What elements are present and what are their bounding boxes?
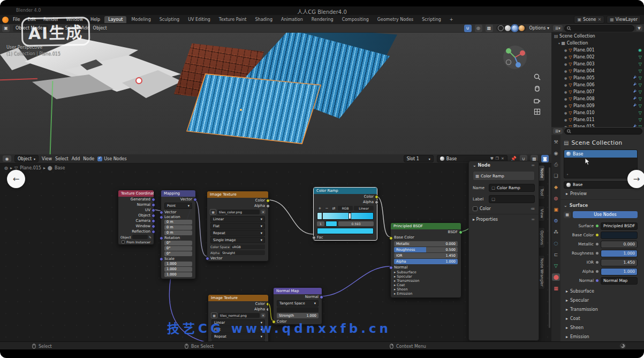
socket-reflection[interactable] [151,230,155,234]
node-texture-coordinate[interactable]: Texture Coordinate Generated Normal UV O… [118,190,154,245]
value-socket-dot[interactable] [596,270,598,273]
scene-selector[interactable]: ▣ Scene ✕ [574,16,604,24]
socket-base-color-in[interactable] [389,236,393,240]
tab-tool[interactable]: ⚒ [552,138,560,146]
properties-section[interactable]: ▸ Properties [473,217,498,222]
panel-header[interactable]: ⌄ Node [473,163,490,168]
vector-socket-dot[interactable] [596,279,598,282]
zoom-icon[interactable] [534,73,541,80]
copy-icon[interactable]: ❐ [496,156,499,161]
object-name[interactable]: Plane.008 [573,96,595,101]
proportional-edit-icon[interactable]: ◎ [475,25,482,32]
section-specular[interactable]: ▸ Specular [566,297,638,304]
shading-rendered-icon[interactable] [519,25,525,31]
section-coat[interactable]: ▸ Coat [566,315,638,322]
expand-icon[interactable]: ▾ [558,41,560,45]
color-socket-dot[interactable] [596,234,598,236]
space-dropdown[interactable]: Tangent Space▾ [277,300,319,307]
surface-shader-dropdown[interactable]: Principled BSDF [601,222,638,230]
menu-file[interactable]: File [10,16,23,23]
tab-world[interactable]: ◍ [552,195,560,202]
editor-menu-view[interactable]: View [42,156,52,161]
socket-normal-out[interactable] [320,295,323,299]
tab-output[interactable]: ⎙ [552,161,560,168]
alpha-field[interactable]: Alpha1.000 [394,259,458,264]
section-sheen[interactable]: ▸ Sheen [391,287,461,292]
workspace-tab-modeling[interactable]: Modeling [127,16,154,23]
location-z-field[interactable]: 0 m [164,230,192,235]
value-socket-dot[interactable] [596,252,598,255]
socket-normal-in[interactable] [389,266,393,270]
stop-index-field[interactable]: 1 [317,221,324,226]
unlink-image-icon[interactable]: ✕ [261,210,266,214]
outliner-object-row[interactable]: ●▽ Plane.009▽ [551,102,644,109]
workspace-tab-geometry-nodes[interactable]: Geometry Nodes [374,16,417,23]
scale-y-field[interactable]: 1.000 [164,267,192,272]
outliner-search-input[interactable] [564,25,634,32]
workspace-tab-sculpting[interactable]: Sculpting [156,16,183,23]
metallic-field[interactable]: Metallic0.000 [394,241,458,247]
socket-scale[interactable] [160,257,163,261]
node-image-texture-color[interactable]: Image Texture Color Alpha ▦ tiles_color.… [207,191,269,262]
workspace-tab-compositing[interactable]: Compositing [338,16,373,23]
properties-search-input[interactable] [564,128,642,135]
normal-input-field[interactable]: Normal Map [601,277,638,285]
node-mapping[interactable]: Mapping Vector Point▾ Vector Location 0 … [161,190,196,279]
socket-generated[interactable] [151,198,155,202]
tab-constraints[interactable]: ⊏ [552,251,560,258]
object-name[interactable]: Plane.005 [573,76,595,80]
outliner-collection-row[interactable]: ▾ ▦ Collection [551,40,644,47]
menu-help[interactable]: Help [87,16,103,23]
socket-rotation[interactable] [160,236,163,240]
workspace-tab-rendering[interactable]: Rendering [308,16,337,23]
workspace-tab-animation[interactable]: Animation [277,16,307,23]
sidebar-tab-tool[interactable]: Tool [539,185,545,199]
tab-object[interactable]: ▣ [552,206,560,213]
node-color-ramp[interactable]: Color Ramp Color Alpha + − ⇄ RGB Linear … [313,187,377,241]
interpolation-dropdown[interactable]: Linear▾ [210,216,265,222]
socket-alpha-out[interactable] [375,200,378,204]
outliner-object-row[interactable]: ●▽ Plane.005▽ [551,74,644,81]
tab-material[interactable]: ⬤ [552,273,560,281]
shader-socket-dot[interactable] [596,225,598,227]
outliner-object-row[interactable]: ●▽ Plane.011▽ [551,116,644,123]
filter-icon[interactable]: ▼ [636,25,642,31]
workspace-tab-uv-editing[interactable]: UV Editing [184,16,214,23]
sidebar-tab-node[interactable]: Node [539,165,545,181]
scale-z-field[interactable]: 1.000 [164,272,192,277]
navigation-gizmo[interactable] [502,44,528,70]
outliner-object-row[interactable]: ●▽ Plane.006▽ [551,81,644,88]
active-node-button[interactable]: ▦ Color Ramp [473,171,535,181]
view-layer-selector[interactable]: ▦ ViewLayer [607,16,641,24]
workspace-tab-scripting[interactable]: Scripting [418,16,445,23]
viewport-menu-object[interactable]: Object [93,26,107,31]
outliner-object-row[interactable]: ●▽ Plane.008▽ [551,95,644,102]
stop-color-swatch[interactable] [325,221,337,227]
outliner-object-row[interactable]: ●▽ Plane.003▽ [551,61,644,68]
socket-camera[interactable] [151,219,155,223]
viewport-options-dropdown[interactable]: Options ▾ [529,26,549,31]
source-dropdown[interactable]: Single Image▾ [211,340,265,341]
toggle-grid-icon[interactable] [534,108,541,115]
section-subsurface[interactable]: ▸ Subsurface [566,288,638,295]
editor-type-icon[interactable]: ☰▾ [553,128,563,134]
unlink-icon[interactable]: ✕ [501,156,504,161]
outliner-object-row[interactable]: ●▽ Plane.001◉ [551,47,644,54]
shader-type-dropdown[interactable]: Object▾ [14,155,39,162]
surface-section[interactable]: ⌄ Surface [564,202,638,209]
rotation-z-field[interactable]: 0° [164,251,192,256]
workspace-tab-layout[interactable]: Layout [104,16,126,23]
object-name[interactable]: Plane.010 [573,110,595,115]
editor-type-icon[interactable]: ☰▾ [553,25,563,31]
outliner-object-row[interactable]: ●▽ Plane.002▽ [551,54,644,61]
sidebar-tab-node-wrangler[interactable]: Node Wrangler [539,255,545,289]
from-instancer-checkbox[interactable] [122,240,125,244]
flip-ramp-button[interactable]: ⇄ [331,206,337,211]
extension-dropdown[interactable]: Repeat▾ [210,230,265,236]
use-nodes-checkbox[interactable] [97,156,102,161]
snap-magnet-icon[interactable]: ∪ [464,25,472,32]
editor-type-icon[interactable]: ▣ [2,25,10,32]
blue-tile-roof-selected[interactable] [186,73,321,144]
pan-hand-icon[interactable] [534,85,541,92]
color-ramp-gradient[interactable] [317,212,374,220]
